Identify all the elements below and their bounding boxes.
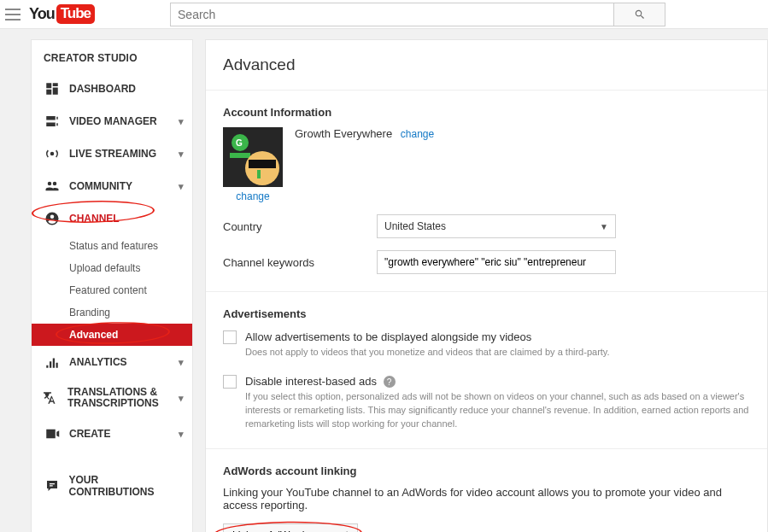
svg-text:G: G [236, 138, 243, 148]
caret-down-icon: ▼ [600, 222, 608, 231]
sidebar-item-contributions[interactable]: YOUR CONTRIBUTIONS [32, 465, 192, 506]
sidebar-item-label: LIVE STREAMING [69, 148, 156, 160]
chevron-down-icon: ▾ [179, 149, 184, 160]
logo-text-tube: Tube [56, 4, 95, 24]
section-adwords-title: AdWords account linking [223, 465, 750, 477]
disable-interest-text: Disable interest-based ads [245, 375, 377, 388]
link-adwords-button[interactable]: Link an AdWords account [223, 523, 358, 532]
create-icon [44, 426, 61, 441]
youtube-logo[interactable]: You Tube [29, 4, 95, 24]
sidebar-title: CREATOR STUDIO [32, 40, 192, 73]
keywords-input[interactable] [377, 250, 616, 274]
dashboard-icon [44, 81, 61, 96]
name-change-link[interactable]: change [401, 128, 434, 140]
sidebar-item-translations[interactable]: TRANSLATIONS & TRANSCRIPTIONS ▾ [32, 378, 192, 418]
allow-ads-label: Allow advertisements to be displayed alo… [245, 330, 531, 343]
allow-ads-hint: Does not apply to videos that you moneti… [245, 346, 750, 360]
help-icon[interactable]: ? [384, 376, 396, 388]
logo-text-you: You [29, 5, 55, 23]
sidebar-item-label: CHANNEL [69, 213, 120, 225]
channel-name: Growth Everywhere [295, 127, 392, 140]
analytics-icon [44, 354, 61, 370]
sidebar-item-label: CREATE [69, 428, 110, 440]
search-button[interactable] [614, 3, 665, 26]
video-manager-icon [44, 114, 61, 129]
menu-icon[interactable] [5, 9, 21, 20]
country-select[interactable]: United States ▼ [377, 214, 616, 238]
contributions-icon [44, 478, 61, 494]
sidebar-item-dashboard[interactable]: DASHBOARD [32, 73, 192, 105]
avatar-change-link[interactable]: change [236, 190, 269, 202]
sidebar-item-label: VIDEO MANAGER [69, 115, 157, 127]
channel-avatar[interactable]: G [223, 127, 283, 187]
chevron-down-icon: ▾ [179, 181, 184, 192]
search-icon [634, 9, 646, 20]
sidebar-item-analytics[interactable]: ANALYTICS ▾ [32, 346, 192, 378]
disable-interest-checkbox[interactable] [223, 375, 237, 389]
main-panel: Advanced Account Information G [205, 39, 768, 532]
sidebar-item-label: DASHBOARD [69, 83, 136, 95]
sub-upload[interactable]: Upload defaults [32, 257, 192, 279]
live-icon [44, 146, 61, 161]
channel-submenu: Status and features Upload defaults Feat… [32, 235, 192, 346]
channel-icon [44, 211, 61, 226]
country-label: Country [223, 220, 377, 233]
sidebar: CREATOR STUDIO DASHBOARD VIDEO MANAGER ▾… [31, 39, 193, 532]
chevron-down-icon: ▾ [179, 116, 184, 127]
section-ads-title: Advertisements [223, 307, 750, 320]
community-icon [44, 178, 61, 194]
sidebar-item-create[interactable]: CREATE ▾ [32, 418, 192, 450]
disable-interest-label: Disable interest-based ads ? [245, 375, 396, 389]
search-input[interactable] [170, 3, 614, 26]
sub-status[interactable]: Status and features [32, 235, 192, 257]
keywords-label: Channel keywords [223, 256, 377, 269]
allow-ads-checkbox[interactable] [223, 330, 237, 344]
sidebar-item-video-manager[interactable]: VIDEO MANAGER ▾ [32, 105, 192, 137]
sidebar-item-community[interactable]: COMMUNITY ▾ [32, 170, 192, 202]
sidebar-item-label: YOUR CONTRIBUTIONS [69, 474, 185, 498]
page-title: Advanced [223, 56, 750, 90]
translate-icon [44, 390, 59, 406]
disable-interest-hint: If you select this option, personalized … [245, 390, 750, 431]
chevron-down-icon: ▾ [179, 429, 184, 440]
sidebar-item-label: TRANSLATIONS & TRANSCRIPTIONS [67, 387, 184, 409]
svg-rect-5 [257, 170, 261, 178]
sub-featured[interactable]: Featured content [32, 279, 192, 301]
sidebar-item-label: COMMUNITY [69, 180, 132, 192]
sidebar-item-channel[interactable]: CHANNEL [32, 202, 192, 235]
section-account-title: Account Information [223, 106, 750, 119]
sidebar-item-live-streaming[interactable]: LIVE STREAMING ▾ [32, 137, 192, 170]
chevron-down-icon: ▾ [179, 393, 184, 404]
sidebar-item-label: ANALYTICS [69, 356, 127, 368]
svg-rect-3 [230, 153, 250, 158]
chevron-down-icon: ▾ [179, 357, 184, 368]
adwords-desc: Linking your YouTube channel to an AdWor… [223, 486, 750, 512]
sub-advanced[interactable]: Advanced [32, 324, 192, 346]
sub-branding[interactable]: Branding [32, 301, 192, 324]
country-value: United States [384, 220, 446, 232]
